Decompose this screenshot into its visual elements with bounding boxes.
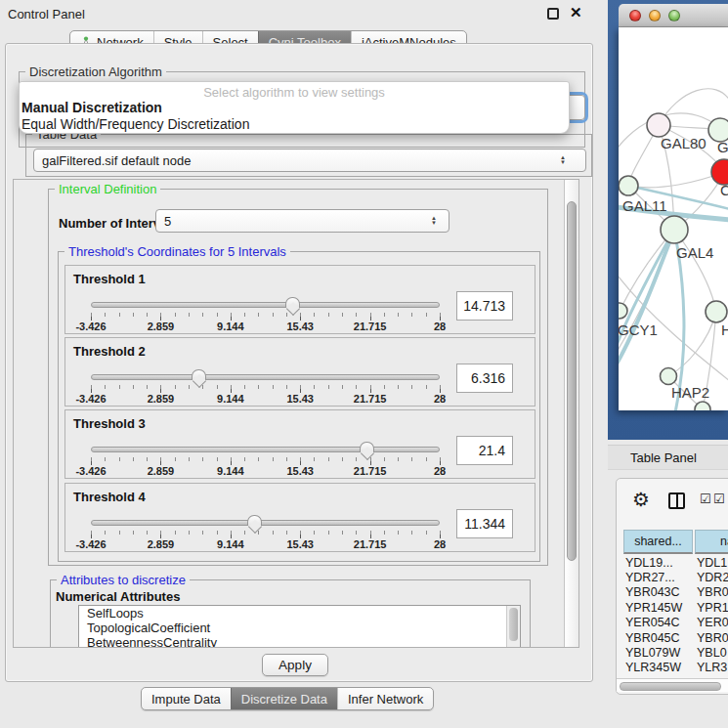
threshold-slider[interactable] [91,442,440,457]
network-node[interactable] [619,176,638,195]
table-row[interactable]: YPR145W YPR1 [617,600,728,615]
slider-thumb[interactable] [192,369,206,380]
slider-track[interactable] [91,447,440,452]
table-row[interactable]: YBR043C YBR0 [617,585,728,600]
attribute-list-item[interactable]: BetweennessCentrality [79,635,520,648]
table-row[interactable]: YBR045C YBR0 [617,630,728,645]
scrollbar-thumb[interactable] [567,201,577,561]
threshold-coordinates-group: Threshold's Coordinates for 5 Intervals … [58,251,540,562]
traffic-light-minimize-icon[interactable] [649,10,661,21]
interval-definition-group-title: Interval Definition [55,182,160,196]
scale-tick-label: 2.859 [148,393,175,405]
numerical-attributes-list: SelfLoops TopologicalCoefficient Between… [78,605,521,648]
slider-track[interactable] [91,520,440,526]
slider-thumb[interactable] [360,442,374,452]
gear-icon[interactable]: ⚙ [632,490,650,509]
threshold-value-field[interactable]: 21.4 [456,436,513,465]
node-label: GAL11 [622,197,667,214]
slider-thumb[interactable] [247,515,262,526]
threshold-slider[interactable] [91,297,440,313]
attributes-group-title: Attributes to discretize [57,573,190,587]
float-window-icon[interactable] [547,8,559,20]
node-table: ⚙ ☑ ☑ shared... na YDL19... YDL1 YDR27..… [616,478,728,695]
network-window-titlebar[interactable] [619,4,728,27]
stepper-icon: ▲▼ [431,216,437,226]
dropdown-item-equal-width-frequency[interactable]: Equal Width/Frequency Discretization [20,116,569,133]
table-row[interactable]: YLR345W YLR3 [617,661,728,675]
slider-scale-labels: -3.4262.8599.14415.4321.71528 [91,465,440,477]
tab-impute-data[interactable]: Impute Data [142,688,231,709]
column-header-shared-name[interactable]: shared... [623,530,693,554]
threshold-value-field[interactable]: 14.713 [456,291,513,321]
checkbox-icon[interactable]: ☑ [713,492,725,506]
settings-vertical-scrollbar[interactable] [564,180,578,647]
traffic-light-close-icon[interactable] [629,10,641,21]
threshold-slider[interactable] [91,515,440,531]
threshold-label: Threshold 3 [73,416,146,431]
interval-definition-group: Interval Definition Number of Intervals … [48,189,548,566]
scale-tick-label: 9.144 [217,393,244,405]
table-row[interactable]: YDL19... YDL1 [617,555,728,570]
slider-track[interactable] [91,302,440,308]
table-horizontal-scrollbar[interactable] [617,678,728,692]
discretization-algorithm-group-title: Discretization Algorithm [25,64,166,79]
threshold-value-field[interactable]: 6.316 [456,364,513,393]
attribute-list-item[interactable]: TopologicalCoefficient [79,621,520,635]
scale-tick-label: -3.426 [75,321,106,332]
network-node[interactable] [661,368,677,385]
node-label: GA [717,139,728,155]
threshold-value-field[interactable]: 11.344 [456,509,513,538]
network-node[interactable] [619,303,627,319]
number-of-intervals-value: 5 [164,214,171,229]
scale-tick-label: 15.43 [286,393,314,405]
scale-tick-label: 15.43 [286,465,314,477]
threshold-panel: Threshold 3 -3.4262.8599.14415.4321.7152… [64,409,535,479]
node-label: HAP2 [671,384,709,401]
scale-tick-label: 21.715 [354,393,387,405]
attribute-list-scrollbar[interactable] [506,606,520,648]
threshold-panel: Threshold 4 -3.4262.8599.14415.4321.7152… [64,483,535,552]
network-view-canvas[interactable]: GAL80GACGAL11GAL4GCY1HHAP2 [619,27,728,410]
slider-thumb[interactable] [285,297,300,308]
table-row[interactable]: YDR27... YDR2 [617,570,728,584]
cell-shared-name: YER054C [617,616,688,629]
checkbox-icon[interactable]: ☑ [700,492,711,506]
table-row[interactable]: YBL079W YBL0 [617,645,728,660]
apply-button[interactable]: Apply [262,654,328,676]
columns-icon[interactable] [668,492,685,509]
number-of-intervals-combobox[interactable]: 5 ▲▼ [155,209,450,233]
table-data-combobox[interactable]: galFiltered.sif default node ▲▼ [33,149,586,172]
close-window-icon[interactable]: ✕ [570,4,582,21]
network-node[interactable] [706,301,727,322]
scale-tick-label: 21.715 [354,538,387,550]
threshold-panel: Threshold 1 -3.4262.8599.14415.4321.7152… [64,265,535,334]
scale-tick-label: 2.859 [148,465,175,477]
cell-shared-name: YDL19... [617,556,688,570]
attribute-list-item[interactable]: SelfLoops [79,606,520,621]
table-data-combobox-value: galFiltered.sif default node [42,153,191,168]
cell-name: YER0 [688,616,728,629]
scale-tick-label: 2.859 [148,538,175,550]
slider-tick-marks [91,385,441,393]
network-node[interactable] [661,216,688,243]
network-node[interactable] [695,402,710,410]
column-header-name[interactable]: na [695,530,728,554]
table-row[interactable]: YER054C YER0 [617,616,728,630]
tab-infer-network[interactable]: Infer Network [337,688,433,709]
threshold-label: Threshold 2 [73,344,146,359]
cell-name: YDR2 [688,571,728,584]
slider-scale-labels: -3.4262.8599.14415.4321.71528 [91,538,440,550]
dropdown-item-manual-discretization[interactable]: Manual Discretization [20,100,569,116]
scale-tick-label: -3.426 [75,465,106,477]
table-row[interactable]: YIL052C YIL0 [617,675,728,676]
network-node[interactable] [647,113,670,137]
scrollbar-thumb[interactable] [620,682,721,691]
slider-track[interactable] [91,374,440,380]
traffic-light-zoom-icon[interactable] [668,10,680,21]
algorithm-dropdown-popup: Select algorithm to view settings Manual… [19,81,570,134]
tab-discretize-data[interactable]: Discretize Data [231,688,337,709]
table-panel-header: Table Panel [608,445,728,470]
threshold-slider[interactable] [91,369,440,385]
settings-scroll-area: Interval Definition Number of Intervals … [13,179,579,648]
threshold-panel: Threshold 2 -3.4262.8599.14415.4321.7152… [64,337,535,407]
